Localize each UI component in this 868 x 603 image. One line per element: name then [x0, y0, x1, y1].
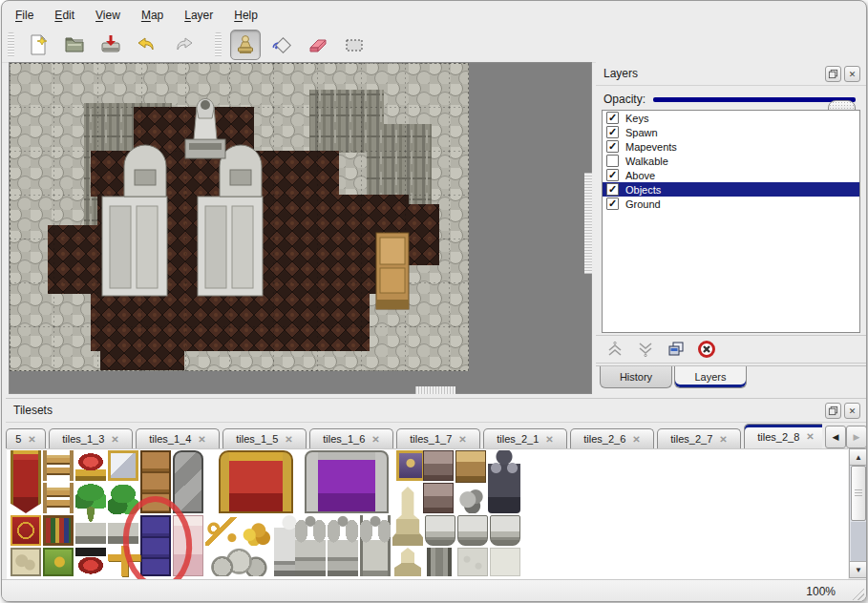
layer-visibility-checkbox[interactable]: ✓	[606, 183, 619, 196]
menu-map[interactable]: Map	[134, 6, 171, 25]
toolbar-drag-handle[interactable]	[8, 32, 14, 57]
tile-red-cushion[interactable]	[75, 450, 106, 481]
stamp-tool-button[interactable]	[230, 30, 261, 60]
tile-bed[interactable]	[455, 450, 486, 483]
open-map-button[interactable]	[59, 30, 90, 60]
save-map-button[interactable]	[95, 30, 126, 60]
tileset-tab-tiles_1_7[interactable]: tiles_1_7✕	[396, 428, 480, 448]
tile-pillar-shaft[interactable]	[427, 548, 452, 576]
layer-row-walkable[interactable]: Walkable	[603, 154, 859, 168]
close-icon[interactable]: ✕	[844, 403, 860, 419]
tile-red-banner[interactable]	[11, 450, 41, 513]
layer-visibility-checkbox[interactable]: ✓	[606, 126, 619, 138]
tile-pink-bed[interactable]	[173, 515, 203, 576]
float-icon[interactable]	[825, 66, 841, 82]
dock-tab-history[interactable]: History	[600, 366, 672, 388]
vertical-splitter[interactable]	[584, 173, 592, 274]
horizontal-splitter[interactable]	[415, 386, 455, 394]
tab-close-icon[interactable]: ✕	[545, 434, 553, 445]
tile-loom[interactable]	[43, 483, 74, 513]
tile-obelisk[interactable]	[392, 487, 423, 546]
tileset-tab-tiles_2_6[interactable]: tiles_2_6✕	[570, 428, 654, 448]
tile-stone-tile-light[interactable]	[490, 548, 520, 576]
layer-visibility-checkbox[interactable]: ✓	[606, 169, 619, 181]
tile-gold-pile[interactable]	[240, 517, 272, 546]
redo-button[interactable]	[168, 30, 199, 60]
dock-tab-layers[interactable]: Layers	[674, 366, 747, 388]
tile-red-drum[interactable]	[75, 548, 106, 576]
select-tool-button[interactable]	[339, 30, 370, 60]
menu-view[interactable]: View	[88, 6, 128, 25]
tileset-tab-tiles_2_1[interactable]: tiles_2_1✕	[483, 428, 567, 448]
tile-dresser[interactable]	[423, 483, 454, 513]
close-icon[interactable]: ✕	[844, 66, 860, 82]
tile-bush-plant[interactable]	[108, 483, 138, 544]
tile-red-rug[interactable]	[11, 515, 41, 546]
undo-button[interactable]	[132, 30, 162, 60]
tab-close-icon[interactable]: ✕	[28, 434, 35, 445]
tile-armor-statue[interactable]	[488, 450, 520, 513]
tile-obelisk-small[interactable]	[394, 548, 421, 576]
layer-visibility-checkbox[interactable]: ✓	[606, 112, 619, 124]
map-canvas[interactable]	[9, 62, 592, 394]
tileset-tab-tiles_2_8[interactable]: tiles_2_8✕	[744, 424, 822, 448]
tile-purple-door[interactable]	[140, 515, 171, 576]
tile-pillar-cap[interactable]	[425, 515, 455, 546]
tile-mirror[interactable]	[108, 450, 138, 481]
toolbar-drag-handle[interactable]	[215, 32, 222, 57]
tile-purple-throne[interactable]	[305, 450, 389, 513]
tileset-tab-tiles_1_5[interactable]: tiles_1_5✕	[222, 428, 307, 448]
tile-stone-tile[interactable]	[457, 548, 488, 576]
tileset-tab-tiles_1_4[interactable]: tiles_1_4✕	[136, 428, 220, 448]
layer-row-objects[interactable]: ✓Objects	[603, 182, 859, 197]
tile-gray-gate[interactable]	[173, 450, 203, 513]
tile-palm-plant[interactable]	[75, 483, 106, 544]
new-map-button[interactable]	[23, 30, 53, 60]
tile-dresser[interactable]	[423, 450, 454, 481]
scrollbar-trough[interactable]	[851, 522, 866, 562]
layer-row-spawn[interactable]: ✓Spawn	[603, 125, 859, 139]
tileset-tab-tiles_1_6[interactable]: tiles_1_6✕	[309, 428, 393, 448]
tileset-tab-tiles_2_7[interactable]: tiles_2_7✕	[657, 428, 741, 448]
tile-tan-sign[interactable]	[11, 548, 41, 576]
tab-close-icon[interactable]: ✕	[632, 434, 640, 445]
tile-red-throne[interactable]	[219, 450, 293, 513]
layer-row-keys[interactable]: ✓Keys	[603, 111, 859, 125]
tile-green-sign[interactable]	[43, 548, 74, 576]
scroll-down-icon[interactable]: ▼	[850, 561, 867, 577]
eraser-tool-button[interactable]	[303, 30, 333, 60]
tab-close-icon[interactable]: ✕	[719, 434, 727, 445]
tab-close-icon[interactable]: ✕	[111, 434, 118, 445]
delete-layer-button[interactable]	[695, 338, 718, 361]
tileset-tab-tiles_1_3[interactable]: tiles_1_3✕	[49, 428, 133, 448]
tab-close-icon[interactable]: ✕	[285, 434, 292, 445]
tile-gold-cross[interactable]	[108, 546, 140, 576]
tile-gargoyle[interactable]	[328, 515, 358, 576]
layer-visibility-checkbox[interactable]: ✓	[606, 140, 619, 153]
tab-close-icon[interactable]: ✕	[806, 431, 814, 442]
fill-tool-button[interactable]	[266, 30, 297, 60]
tileset-scrollbar[interactable]: ▲ ▼	[849, 448, 867, 578]
tile-pillar-cap[interactable]	[490, 515, 520, 546]
layer-row-ground[interactable]: ✓Ground	[603, 197, 859, 211]
tile-portrait[interactable]	[396, 450, 425, 481]
scroll-up-icon[interactable]: ▲	[850, 449, 867, 466]
tile-rocks[interactable]	[205, 548, 270, 576]
duplicate-layer-button[interactable]	[665, 338, 688, 361]
menu-file[interactable]: File	[8, 6, 41, 25]
tab-close-icon[interactable]: ✕	[458, 434, 466, 445]
layer-row-mapevents[interactable]: ✓Mapevents	[603, 139, 859, 154]
resize-grip[interactable]	[848, 584, 864, 600]
layer-row-above[interactable]: ✓Above	[603, 168, 859, 182]
tile-bookshelf[interactable]	[43, 515, 74, 546]
tile-gargoyle-barrel[interactable]	[360, 515, 391, 576]
float-icon[interactable]	[825, 403, 841, 419]
tileset-tab-5[interactable]: 5✕	[6, 428, 46, 448]
scrollbar-thumb[interactable]	[851, 466, 866, 521]
lower-layer-button[interactable]	[634, 338, 657, 361]
tile-loom[interactable]	[43, 450, 74, 481]
menu-help[interactable]: Help	[226, 6, 265, 25]
tab-close-icon[interactable]: ✕	[198, 434, 205, 445]
tile-knight-pile[interactable]	[455, 485, 486, 513]
tab-close-icon[interactable]: ✕	[371, 434, 379, 445]
